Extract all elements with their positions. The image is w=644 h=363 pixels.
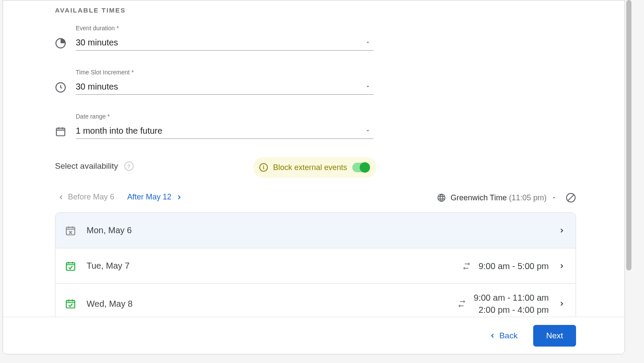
nav-after-button[interactable]: After May 12 bbox=[127, 193, 183, 202]
next-button-label: Next bbox=[546, 331, 563, 340]
calendar-check-icon bbox=[65, 298, 76, 309]
time-slot-increment-value: 30 minutes bbox=[76, 82, 118, 92]
chevron-down-icon bbox=[365, 84, 371, 90]
repeat-icon bbox=[457, 299, 466, 308]
svg-rect-6 bbox=[66, 300, 75, 308]
date-nav: Before May 6 After May 12 bbox=[58, 193, 183, 202]
nav-before-label: Before May 6 bbox=[68, 193, 114, 202]
footer: Back Next bbox=[3, 317, 625, 354]
block-external-events-toggle[interactable] bbox=[352, 163, 370, 172]
globe-icon bbox=[437, 193, 446, 202]
timezone-row: Greenwich Time (11:05 pm) bbox=[437, 193, 576, 203]
day-times: 9:00 am - 11:00 am 2:00 pm - 4:00 pm bbox=[457, 292, 549, 316]
back-button-label: Back bbox=[499, 331, 518, 341]
day-row-mon-may-6[interactable]: Mon, May 6 bbox=[55, 213, 576, 248]
nav-after-label: After May 12 bbox=[127, 193, 171, 202]
duration-icon bbox=[55, 38, 66, 49]
block-external-events-label: Block external events bbox=[273, 163, 347, 172]
day-label: Wed, May 8 bbox=[87, 299, 457, 309]
settings-card: AVAILABLE TIMES Event duration * 30 minu… bbox=[3, 0, 625, 354]
calendar-x-icon bbox=[65, 225, 76, 236]
event-duration-value: 30 minutes bbox=[76, 38, 118, 48]
select-availability-row: Select availability ? bbox=[55, 161, 134, 171]
block-icon[interactable] bbox=[566, 193, 576, 203]
timezone-select[interactable]: Greenwich Time (11:05 pm) bbox=[451, 193, 547, 202]
timezone-name: Greenwich Time bbox=[451, 193, 507, 202]
timezone-time: (11:05 pm) bbox=[509, 193, 547, 202]
scrollbar[interactable] bbox=[626, 0, 631, 270]
time-slot: 9:00 am - 5:00 pm bbox=[479, 260, 549, 272]
help-icon[interactable]: ? bbox=[124, 161, 134, 171]
day-times: 9:00 am - 5:00 pm bbox=[462, 260, 549, 272]
time-slot: 9:00 am - 11:00 am bbox=[474, 292, 549, 304]
event-duration-select[interactable]: 30 minutes bbox=[76, 35, 374, 51]
back-button[interactable]: Back bbox=[489, 331, 518, 341]
section-title: AVAILABLE TIMES bbox=[55, 6, 126, 14]
svg-rect-4 bbox=[66, 227, 75, 235]
field-label: Date range * bbox=[76, 113, 110, 120]
chevron-down-icon[interactable] bbox=[551, 195, 557, 201]
day-label: Mon, May 6 bbox=[87, 225, 549, 235]
time-slot-increment-select[interactable]: 30 minutes bbox=[76, 79, 374, 95]
day-row-tue-may-7[interactable]: Tue, May 7 9:00 am - 5:00 pm bbox=[55, 248, 576, 284]
block-external-events-pill: i Block external events bbox=[253, 157, 377, 178]
toggle-knob bbox=[360, 162, 370, 173]
select-availability-label: Select availability bbox=[55, 161, 118, 171]
clock-icon bbox=[55, 82, 66, 93]
calendar-check-icon bbox=[65, 260, 76, 272]
next-button[interactable]: Next bbox=[533, 325, 576, 347]
chevron-right-icon bbox=[558, 227, 565, 234]
field-label: Event duration * bbox=[76, 25, 119, 32]
info-icon[interactable]: i bbox=[259, 163, 268, 172]
repeat-icon bbox=[462, 262, 471, 270]
calendar-icon bbox=[55, 126, 66, 137]
field-label: Time Slot Increment * bbox=[76, 69, 134, 76]
date-range-value: 1 month into the future bbox=[76, 126, 162, 136]
day-label: Tue, May 7 bbox=[87, 261, 462, 271]
chevron-right-icon bbox=[558, 300, 565, 307]
svg-rect-5 bbox=[66, 263, 75, 270]
nav-before-button: Before May 6 bbox=[58, 193, 114, 202]
chevron-right-icon bbox=[558, 263, 565, 270]
time-slot: 2:00 pm - 4:00 pm bbox=[474, 304, 549, 316]
date-range-select[interactable]: 1 month into the future bbox=[76, 123, 374, 139]
chevron-down-icon bbox=[365, 39, 371, 45]
day-list: Mon, May 6 Tue, May 7 bbox=[55, 212, 576, 324]
svg-rect-2 bbox=[56, 128, 65, 135]
chevron-down-icon bbox=[365, 128, 371, 134]
